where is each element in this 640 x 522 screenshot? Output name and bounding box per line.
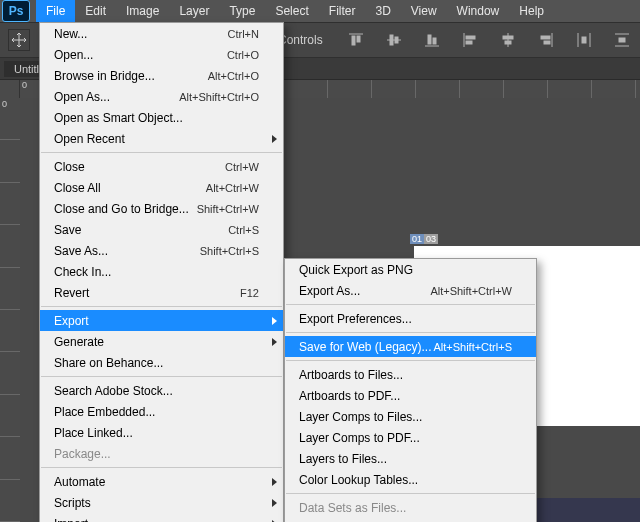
ruler-tick xyxy=(0,140,20,182)
export-menu-item[interactable]: Layer Comps to Files... xyxy=(285,406,536,427)
submenu-caret-icon xyxy=(272,478,277,486)
ruler-tick xyxy=(0,268,20,310)
export-menu-item[interactable]: Artboards to Files... xyxy=(285,364,536,385)
ruler-tick xyxy=(284,80,328,98)
file-menu-item[interactable]: Close AllAlt+Ctrl+W xyxy=(40,177,283,198)
svg-rect-1 xyxy=(352,36,355,45)
export-menu-item[interactable]: Artboards to PDF... xyxy=(285,385,536,406)
file-menu-item[interactable]: New...Ctrl+N xyxy=(40,23,283,44)
menu-item-shortcut: Alt+Shift+Ctrl+O xyxy=(179,91,259,103)
menubar-item-filter[interactable]: Filter xyxy=(319,0,366,22)
menu-item-label: Layer Comps to Files... xyxy=(299,410,512,424)
export-menu-item[interactable]: Quick Export as PNG xyxy=(285,259,536,280)
ruler-tick xyxy=(548,80,592,98)
menu-item-label: Search Adobe Stock... xyxy=(54,384,259,398)
menu-item-shortcut: Shift+Ctrl+W xyxy=(197,203,259,215)
ruler-tick xyxy=(504,80,548,98)
ruler-tick xyxy=(416,80,460,98)
file-menu-item[interactable]: Place Linked... xyxy=(40,422,283,443)
align-left-icon[interactable] xyxy=(460,30,480,50)
menu-item-shortcut: Alt+Ctrl+O xyxy=(208,70,259,82)
align-bottom-icon[interactable] xyxy=(422,30,442,50)
file-menu-item[interactable]: CloseCtrl+W xyxy=(40,156,283,177)
menu-item-label: Revert xyxy=(54,286,240,300)
menu-item-label: Close All xyxy=(54,181,206,195)
align-right-icon[interactable] xyxy=(536,30,556,50)
file-menu-item[interactable]: Import xyxy=(40,513,283,522)
align-hcenter-icon[interactable] xyxy=(498,30,518,50)
move-tool-icon[interactable] xyxy=(8,29,30,51)
align-top-icon[interactable] xyxy=(346,30,366,50)
file-menu-item[interactable]: Scripts xyxy=(40,492,283,513)
options-controls-label: Controls xyxy=(278,33,323,47)
file-menu-item: Package... xyxy=(40,443,283,464)
file-menu-item[interactable]: Close and Go to Bridge...Shift+Ctrl+W xyxy=(40,198,283,219)
menubar-item-image[interactable]: Image xyxy=(116,0,169,22)
svg-rect-23 xyxy=(619,38,625,42)
file-menu-item[interactable]: Open...Ctrl+O xyxy=(40,44,283,65)
file-menu-item[interactable]: Generate xyxy=(40,331,283,352)
menubar-item-file[interactable]: File xyxy=(36,0,75,22)
menu-item-label: Export Preferences... xyxy=(299,312,512,326)
export-menu-item[interactable]: Color Lookup Tables... xyxy=(285,469,536,490)
menubar-item-help[interactable]: Help xyxy=(509,0,554,22)
menu-item-label: Share on Behance... xyxy=(54,356,259,370)
file-menu-item[interactable]: Open as Smart Object... xyxy=(40,107,283,128)
file-menu-item[interactable]: RevertF12 xyxy=(40,282,283,303)
menubar-item-select[interactable]: Select xyxy=(265,0,318,22)
file-menu-item[interactable]: Open As...Alt+Shift+Ctrl+O xyxy=(40,86,283,107)
menu-item-label: Browse in Bridge... xyxy=(54,69,208,83)
svg-rect-8 xyxy=(433,38,436,44)
menu-item-label: Generate xyxy=(54,335,259,349)
ruler-tick xyxy=(0,352,20,394)
ruler-tick xyxy=(0,183,20,225)
submenu-caret-icon xyxy=(272,317,277,325)
svg-rect-16 xyxy=(541,36,550,39)
menubar-item-3d[interactable]: 3D xyxy=(365,0,400,22)
export-menu-item[interactable]: Paths to Illustrator... xyxy=(285,518,536,522)
menu-item-label: Artboards to PDF... xyxy=(299,389,512,403)
file-menu-item[interactable]: Share on Behance... xyxy=(40,352,283,373)
file-menu-item[interactable]: Save As...Shift+Ctrl+S xyxy=(40,240,283,261)
distribute-icon-2[interactable] xyxy=(612,30,632,50)
file-menu-item[interactable]: Search Adobe Stock... xyxy=(40,380,283,401)
file-menu-item[interactable]: Open Recent xyxy=(40,128,283,149)
file-menu-item[interactable]: Export xyxy=(40,310,283,331)
file-menu-item[interactable]: SaveCtrl+S xyxy=(40,219,283,240)
align-vcenter-icon[interactable] xyxy=(384,30,404,50)
file-menu-item[interactable]: Place Embedded... xyxy=(40,401,283,422)
ruler-tick: 0 xyxy=(0,98,20,140)
menubar-item-window[interactable]: Window xyxy=(447,0,510,22)
menu-separator xyxy=(286,360,535,361)
menubar-item-edit[interactable]: Edit xyxy=(75,0,116,22)
menu-separator xyxy=(286,493,535,494)
menu-item-label: Export xyxy=(54,314,259,328)
menubar-item-layer[interactable]: Layer xyxy=(169,0,219,22)
file-menu-item[interactable]: Check In... xyxy=(40,261,283,282)
ruler-tick xyxy=(0,225,20,267)
menu-item-shortcut: Shift+Ctrl+S xyxy=(200,245,259,257)
export-menu-item[interactable]: Save for Web (Legacy)...Alt+Shift+Ctrl+S xyxy=(285,336,536,357)
export-menu-item[interactable]: Layer Comps to PDF... xyxy=(285,427,536,448)
file-menu-item[interactable]: Browse in Bridge...Alt+Ctrl+O xyxy=(40,65,283,86)
distribute-icon-1[interactable] xyxy=(574,30,594,50)
export-menu-item[interactable]: Layers to Files... xyxy=(285,448,536,469)
menu-item-shortcut: Alt+Shift+Ctrl+S xyxy=(433,341,512,353)
menu-item-label: Open as Smart Object... xyxy=(54,111,259,125)
vertical-ruler: 0 xyxy=(0,98,20,522)
ruler-tick xyxy=(328,80,372,98)
ruler-tick xyxy=(0,480,20,522)
menu-item-label: Check In... xyxy=(54,265,259,279)
menu-item-label: Import xyxy=(54,517,259,523)
ruler-tick xyxy=(592,80,636,98)
menubar-item-view[interactable]: View xyxy=(401,0,447,22)
menu-item-shortcut: Ctrl+N xyxy=(228,28,259,40)
menu-item-label: Close and Go to Bridge... xyxy=(54,202,197,216)
menu-item-label: Open As... xyxy=(54,90,179,104)
menu-item-label: Save for Web (Legacy)... xyxy=(299,340,433,354)
export-menu-item[interactable]: Export As...Alt+Shift+Ctrl+W xyxy=(285,280,536,301)
submenu-caret-icon xyxy=(272,338,277,346)
export-menu-item[interactable]: Export Preferences... xyxy=(285,308,536,329)
menubar-item-type[interactable]: Type xyxy=(219,0,265,22)
file-menu-item[interactable]: Automate xyxy=(40,471,283,492)
